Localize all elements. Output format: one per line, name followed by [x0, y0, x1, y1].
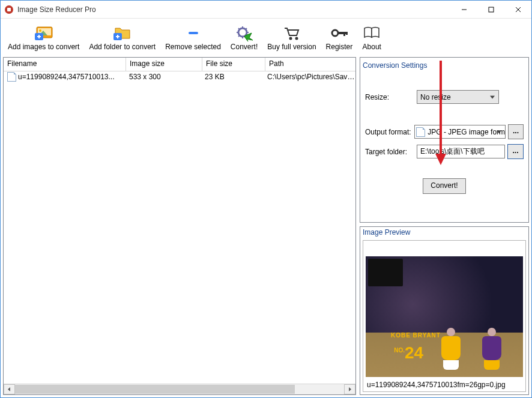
svg-rect-16 — [189, 32, 198, 34]
svg-line-24 — [238, 35, 240, 37]
svg-point-27 — [289, 37, 292, 40]
table-header: Filename Image size File size Path — [4, 58, 355, 71]
window-title: Image Size Reducer Pro — [17, 5, 96, 14]
preview-no-label: NO. — [394, 347, 405, 354]
output-format-value: JPG - JPEG image form — [428, 128, 505, 136]
cart-icon — [282, 25, 301, 41]
add-folder-label: Add folder to convert — [89, 43, 156, 51]
app-icon — [4, 5, 14, 14]
svg-point-28 — [295, 37, 298, 40]
app-window: Image Size Reducer Pro — [0, 0, 532, 398]
resize-combo[interactable]: No resize — [417, 90, 499, 104]
preview-jersey-name: KOBE BRYANT — [391, 332, 441, 339]
add-folder-button[interactable]: Add folder to convert — [85, 22, 159, 52]
col-path[interactable]: Path — [265, 58, 355, 71]
col-filename[interactable]: Filename — [4, 58, 126, 71]
conversion-settings-panel: Conversion Settings Resize: No resize Ou… — [360, 57, 529, 223]
image-preview-panel: Image Preview KOBE BRYANT NO.24 — [360, 226, 529, 395]
svg-line-22 — [238, 28, 240, 29]
svg-line-25 — [246, 28, 247, 29]
register-button[interactable]: Register — [322, 22, 357, 52]
convert-gear-icon — [235, 25, 254, 41]
svg-rect-1 — [7, 8, 11, 11]
resize-label: Resize: — [365, 93, 417, 101]
about-button[interactable]: About — [358, 22, 385, 52]
add-images-label: Add images to convert — [8, 43, 79, 51]
svg-marker-33 — [8, 387, 10, 391]
buy-full-label: Buy full version — [267, 43, 316, 51]
remove-selected-button[interactable]: Remove selected — [162, 22, 225, 52]
scroll-left-icon[interactable] — [4, 384, 15, 394]
cell-file-size: 23 KB — [201, 71, 264, 82]
about-label: About — [363, 43, 381, 51]
file-table: Filename Image size File size Path u=119… — [3, 57, 356, 395]
book-icon — [362, 25, 381, 41]
file-icon — [7, 72, 16, 82]
output-format-label: Output format: — [365, 128, 414, 136]
remove-icon — [184, 25, 203, 41]
close-button[interactable] — [504, 1, 531, 18]
remove-selected-label: Remove selected — [165, 43, 221, 51]
minimize-button[interactable] — [450, 1, 477, 18]
table-row[interactable]: u=1199089244,3475710013... 533 x 300 23 … — [4, 71, 355, 82]
preview-image: KOBE BRYANT NO.24 — [366, 256, 523, 377]
resize-value: No resize — [420, 93, 451, 101]
output-format-options-button[interactable]: ... — [508, 124, 524, 139]
toolbar: Add images to convert Add folder to conv… — [1, 19, 531, 55]
buy-full-button[interactable]: Buy full version — [264, 22, 319, 52]
scroll-thumb[interactable] — [15, 385, 295, 394]
svg-marker-34 — [349, 387, 351, 391]
svg-rect-3 — [489, 7, 494, 12]
preview-caption: u=1199089244,3475710013fm=26gp=0.jpg — [363, 379, 525, 391]
svg-rect-31 — [343, 32, 345, 36]
svg-rect-32 — [346, 32, 348, 35]
preview-jersey-number: 24 — [405, 343, 423, 362]
col-image-size[interactable]: Image size — [126, 58, 202, 71]
add-images-button[interactable]: Add images to convert — [4, 22, 83, 52]
col-file-size[interactable]: File size — [202, 58, 265, 71]
scroll-right-icon[interactable] — [344, 384, 355, 394]
target-folder-input[interactable]: E:\tools\桌面\下载吧 — [417, 145, 505, 158]
cell-filename: u=1199089244,3475710013... — [18, 71, 115, 82]
convert-button-toolbar[interactable]: Convert! — [227, 22, 261, 52]
cell-path: C:\Users\pc\Pictures\Saved P — [264, 71, 355, 82]
titlebar: Image Size Reducer Pro — [1, 1, 531, 19]
preview-area: KOBE BRYANT NO.24 u=1199089244,347571001… — [363, 240, 526, 392]
svg-point-29 — [332, 30, 338, 36]
horizontal-scrollbar[interactable] — [4, 384, 355, 394]
jpg-file-icon — [416, 127, 425, 137]
main-area: Filename Image size File size Path u=119… — [1, 55, 531, 397]
settings-title: Conversion Settings — [360, 60, 528, 71]
maximize-button[interactable] — [477, 1, 504, 18]
add-images-icon — [34, 25, 53, 41]
svg-point-8 — [39, 29, 41, 32]
right-column: Conversion Settings Resize: No resize Ou… — [360, 57, 529, 395]
target-folder-label: Target folder: — [365, 148, 417, 156]
preview-title: Image Preview — [360, 227, 528, 238]
table-body[interactable]: u=1199089244,3475710013... 533 x 300 23 … — [4, 71, 355, 384]
register-label: Register — [326, 43, 353, 51]
convert-button[interactable]: Convert! — [423, 178, 466, 194]
convert-label: Convert! — [231, 43, 258, 51]
cell-image-size: 533 x 300 — [125, 71, 201, 82]
browse-folder-button[interactable]: ... — [507, 144, 524, 159]
key-icon — [330, 25, 349, 41]
output-format-combo[interactable]: JPG - JPEG image form — [414, 125, 506, 139]
file-list-panel: Filename Image size File size Path u=119… — [3, 57, 356, 395]
add-folder-icon — [113, 25, 132, 41]
